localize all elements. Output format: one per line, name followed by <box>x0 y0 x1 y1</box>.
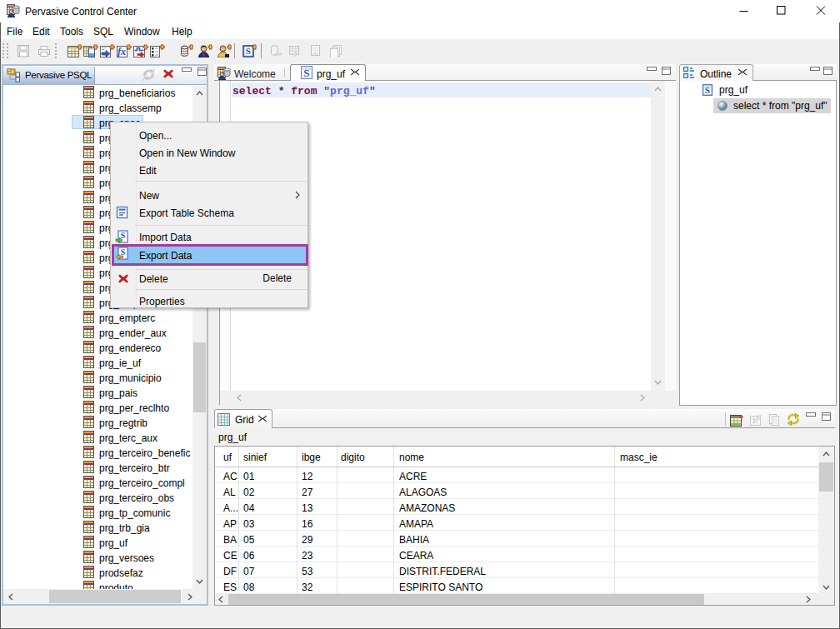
svg-text:S: S <box>303 67 309 79</box>
svg-text:S: S <box>705 85 710 95</box>
svg-text:S: S <box>246 46 251 56</box>
svg-text:S: S <box>121 231 126 240</box>
svg-text:fx: fx <box>118 46 126 57</box>
svg-text:S: S <box>121 247 126 257</box>
